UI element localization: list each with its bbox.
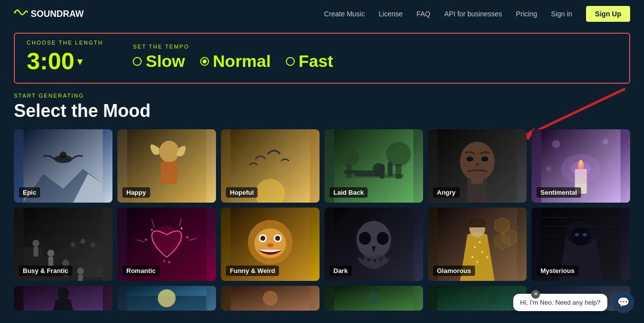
svg-point-58	[168, 261, 170, 263]
chat-message: Hi, I'm Neo. Need any help?	[513, 294, 607, 311]
mood-card-mysterious[interactable]: Mysterious	[532, 208, 630, 281]
svg-point-75	[377, 232, 389, 245]
svg-rect-110	[438, 286, 517, 311]
svg-point-55	[145, 239, 147, 241]
svg-point-105	[158, 289, 176, 307]
mood-card-dark[interactable]: Dark	[324, 208, 423, 281]
time-display[interactable]: 3:00 ▾	[27, 48, 103, 75]
svg-point-37	[546, 166, 551, 171]
mood-card-row3-5[interactable]	[428, 286, 527, 311]
pricing-link[interactable]: Pricing	[516, 10, 537, 18]
mood-label-sentimental: Sentimental	[537, 187, 581, 198]
mood-card-sentimental[interactable]: Sentimental	[532, 129, 630, 203]
mood-card-angry[interactable]: Angry	[428, 129, 527, 203]
tempo-section: SET THE TEMPO Slow Normal Fast	[133, 44, 333, 71]
tempo-fast-radio	[286, 57, 295, 66]
create-music-link[interactable]: Create Music	[324, 10, 365, 18]
svg-rect-15	[354, 170, 381, 176]
svg-point-0	[14, 11, 16, 13]
svg-point-53	[151, 229, 153, 231]
settings-box: CHOOSE THE LENGTH 3:00 ▾ SET THE TEMPO S…	[14, 33, 630, 84]
chat-icon[interactable]: 💬	[612, 291, 634, 313]
svg-point-86	[477, 261, 479, 263]
svg-point-21	[339, 147, 359, 166]
logo-icon	[14, 7, 28, 21]
mood-card-happy[interactable]: Happy	[117, 129, 216, 203]
license-link[interactable]: License	[378, 10, 402, 18]
mood-label-busy-frantic: Busy & Frantic	[19, 266, 72, 276]
tempo-slow-label: Slow	[146, 52, 185, 71]
mood-card-funny-weird[interactable]: Funny & Weird	[221, 208, 320, 281]
svg-point-47	[77, 268, 84, 274]
api-link[interactable]: API for businesses	[444, 10, 502, 18]
svg-point-82	[474, 246, 476, 248]
length-section: CHOOSE THE LENGTH 3:00 ▾	[27, 40, 103, 75]
svg-point-64	[261, 236, 266, 241]
mood-card-epic[interactable]: Epic	[14, 129, 112, 203]
section-sublabel: START GENERATING	[14, 93, 630, 99]
svg-rect-77	[370, 256, 374, 263]
svg-point-93	[571, 227, 591, 245]
svg-point-57	[163, 260, 165, 262]
signup-button[interactable]: Sign Up	[586, 6, 630, 22]
svg-point-87	[486, 256, 488, 258]
mood-label-funny-weird: Funny & Weird	[226, 266, 279, 276]
svg-point-26	[482, 157, 488, 162]
logo[interactable]: SOUNDRAW	[14, 7, 84, 21]
svg-rect-16	[380, 164, 385, 179]
section-title: Select the Mood	[14, 101, 630, 121]
mood-card-laidback[interactable]: Laid Back	[324, 129, 423, 203]
svg-point-34	[571, 162, 591, 176]
svg-point-109	[368, 292, 380, 304]
svg-point-43	[48, 250, 54, 257]
mood-card-romantic[interactable]: Romantic	[117, 208, 216, 281]
tempo-slow-radio	[133, 57, 142, 66]
main-content: START GENERATING Select the Mood Epi	[0, 93, 644, 311]
mood-label-laidback: Laid Back	[329, 187, 368, 198]
mood-card-row3-3[interactable]	[221, 286, 320, 311]
tempo-slow[interactable]: Slow	[133, 52, 185, 71]
svg-point-49	[71, 242, 76, 247]
mood-card-hopeful[interactable]: Hopeful	[221, 129, 320, 203]
svg-point-35	[552, 140, 560, 148]
chat-close-button[interactable]: ✕	[531, 290, 540, 299]
nav-links: Create Music License FAQ API for busines…	[324, 6, 630, 22]
faq-link[interactable]: FAQ	[417, 10, 430, 18]
tempo-normal[interactable]: Normal	[200, 52, 271, 71]
time-caret-icon: ▾	[77, 55, 82, 67]
svg-point-51	[91, 242, 96, 247]
svg-rect-9	[161, 162, 178, 184]
mood-label-happy: Happy	[122, 187, 150, 198]
svg-point-84	[472, 256, 474, 258]
mood-grid-row1: Epic Happy	[14, 129, 630, 203]
svg-point-83	[479, 241, 481, 243]
svg-point-41	[33, 240, 40, 247]
svg-point-4	[60, 152, 67, 159]
svg-point-25	[467, 157, 474, 162]
mood-label-epic: Epic	[19, 187, 40, 198]
svg-point-56	[187, 236, 189, 238]
svg-point-36	[603, 139, 609, 145]
svg-point-107	[263, 291, 278, 306]
tempo-options: Slow Normal Fast	[133, 52, 333, 71]
mood-card-row3-2[interactable]	[117, 286, 216, 311]
svg-rect-42	[34, 247, 39, 257]
svg-point-59	[152, 226, 182, 254]
svg-point-38	[607, 161, 614, 167]
svg-point-112	[488, 297, 496, 305]
mood-label-dark: Dark	[329, 266, 352, 276]
mood-card-glamorous[interactable]: Glamorous	[428, 208, 527, 281]
mood-card-row3-4[interactable]	[324, 286, 423, 311]
tempo-fast[interactable]: Fast	[286, 52, 333, 71]
svg-point-74	[359, 232, 371, 245]
mood-label-hopeful: Hopeful	[226, 187, 258, 198]
mood-grid-row2: Busy & Frantic	[14, 208, 630, 281]
svg-point-8	[160, 141, 179, 162]
mood-card-busy-frantic[interactable]: Busy & Frantic	[14, 208, 112, 281]
mood-label-glamorous: Glamorous	[433, 266, 475, 276]
tempo-normal-label: Normal	[213, 52, 271, 71]
svg-rect-78	[376, 255, 380, 262]
signin-button[interactable]: Sign in	[551, 10, 572, 18]
time-value: 3:00	[27, 48, 74, 75]
mood-card-row3-1[interactable]	[14, 286, 112, 311]
